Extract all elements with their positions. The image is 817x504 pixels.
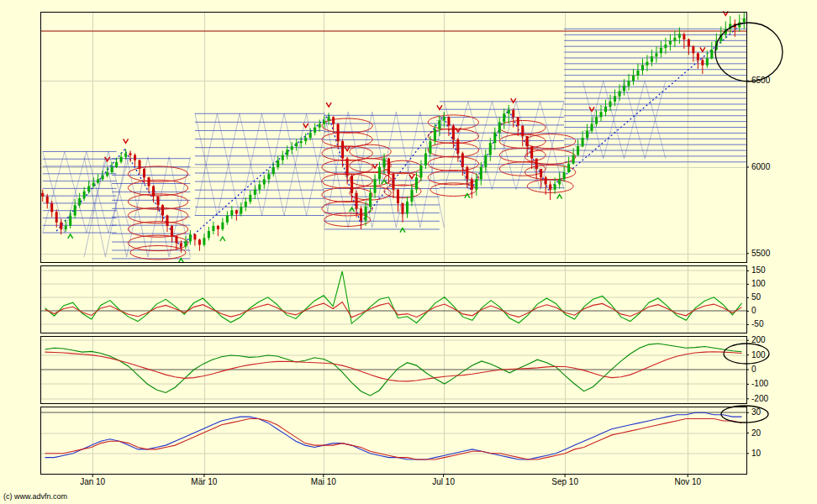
- svg-text:50: 50: [751, 292, 762, 302]
- svg-text:100: 100: [751, 350, 766, 360]
- svg-text:Jul 10: Jul 10: [432, 477, 455, 486]
- svg-text:Sep 10: Sep 10: [551, 477, 578, 486]
- svg-text:30: 30: [751, 407, 762, 417]
- svg-text:200: 200: [751, 335, 766, 344]
- svg-text:20: 20: [751, 428, 762, 438]
- chart-page: DBI:DAX 650060005500150100500-502001000-…: [0, 0, 817, 504]
- svg-text:100: 100: [751, 279, 766, 288]
- svg-text:150: 150: [751, 265, 766, 275]
- copyright-text: (c) www.advfn.com: [3, 492, 67, 501]
- svg-text:0: 0: [751, 306, 756, 315]
- svg-text:Jan 10: Jan 10: [80, 477, 105, 486]
- svg-text:6000: 6000: [751, 162, 771, 171]
- svg-text:Mär 10: Mär 10: [191, 477, 218, 486]
- svg-text:Nov 10: Nov 10: [674, 477, 701, 486]
- chart-background: [0, 0, 817, 504]
- price-chart-svg: 650060005500150100500-502001000-100-2003…: [0, 0, 817, 504]
- svg-text:-50: -50: [751, 319, 764, 328]
- svg-text:Mai 10: Mai 10: [311, 477, 336, 486]
- svg-text:-100: -100: [751, 379, 768, 388]
- svg-text:-200: -200: [751, 394, 768, 403]
- svg-text:0: 0: [751, 365, 756, 374]
- svg-text:10: 10: [751, 449, 762, 458]
- svg-text:5500: 5500: [751, 249, 771, 258]
